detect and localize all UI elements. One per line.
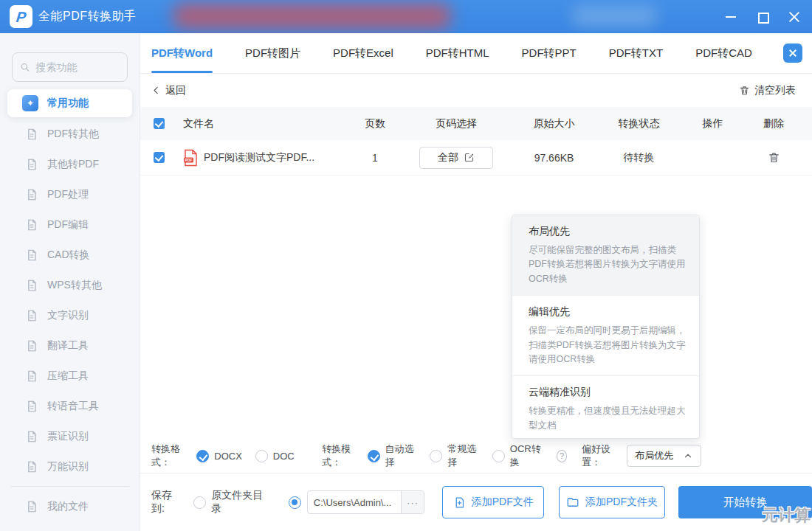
pref-option-desc: 尽可能保留完整的图文布局，扫描类PDF转换若想将图片转换为文字请使用OCR转换 <box>529 243 687 286</box>
radio-doc-label[interactable]: DOC <box>273 451 295 462</box>
pref-option-layout-first[interactable]: 布局优先 尽可能保留完整的图文布局，扫描类PDF转换若想将图片转换为文字请使用O… <box>512 215 699 296</box>
start-convert-button[interactable]: 开始转换 <box>678 486 812 518</box>
radio-normal-select-label[interactable]: 常规选择 <box>447 442 479 469</box>
tab-pdf-to-cad[interactable]: PDF转CAD <box>695 33 752 73</box>
sidebar-item-pdf-to-other[interactable]: PDF转其他 <box>0 119 140 149</box>
pdf-file-icon: PDF <box>183 149 198 167</box>
minimize-icon[interactable] <box>725 11 737 23</box>
row-delete-button[interactable] <box>768 151 780 164</box>
sidebar-item-other-to-pdf[interactable]: 其他转PDF <box>0 149 140 179</box>
tab-bar: PDF转Word PDF转图片 PDF转Excel PDF转HTML PDF转P… <box>140 33 812 74</box>
radio-original-folder-label[interactable]: 原文件夹目录 <box>211 489 272 516</box>
sidebar-item-my-files[interactable]: 我的文件 <box>0 491 140 521</box>
pref-option-desc: 保留一定布局的同时更易于后期编辑，扫描类PDF转换若想将图片转换为文字请使用OC… <box>529 324 687 367</box>
sidebar-item-label: 压缩工具 <box>47 369 89 383</box>
close-icon[interactable] <box>788 11 800 23</box>
file-pages: 1 <box>349 152 401 164</box>
file-plus-icon <box>453 496 466 509</box>
sidebar-item-label: PDF编辑 <box>47 218 89 232</box>
radio-original-folder[interactable] <box>193 496 206 509</box>
browse-path-button[interactable]: ··· <box>401 491 424 513</box>
sidebar-item-label: 万能识别 <box>47 460 89 473</box>
blurred-highlight <box>572 6 657 27</box>
doc-icon <box>25 500 38 513</box>
save-path-field: ··· <box>307 490 424 514</box>
select-all-checkbox[interactable] <box>154 118 165 129</box>
row-checkbox[interactable] <box>154 152 165 163</box>
table-header: 文件名 页数 页码选择 原始大小 转换状态 操作 删除 <box>140 107 812 140</box>
add-pdf-file-button[interactable]: 添加PDF文件 <box>442 486 544 518</box>
tab-pdf-to-excel[interactable]: PDF转Excel <box>333 33 393 73</box>
radio-auto-select[interactable] <box>368 450 380 462</box>
sidebar-item-text-recognition[interactable]: 文字识别 <box>0 300 140 330</box>
doc-icon <box>25 158 38 171</box>
tab-pdf-to-html[interactable]: PDF转HTML <box>426 33 489 73</box>
app-title: 全能PDF转换助手 <box>38 0 137 33</box>
sidebar-item-compress-tools[interactable]: 压缩工具 <box>0 361 140 391</box>
header-original-size: 原始大小 <box>512 117 596 131</box>
sidebar-item-label: PDF转其他 <box>47 128 99 141</box>
edit-icon <box>464 152 475 163</box>
app-logo-icon: P <box>10 5 32 28</box>
search-box[interactable] <box>12 52 128 82</box>
help-icon[interactable]: ? <box>557 450 567 462</box>
sidebar-item-label: 翻译工具 <box>47 339 89 353</box>
back-button[interactable]: 返回 <box>151 84 186 97</box>
sidebar-item-label: 我的文件 <box>47 500 89 513</box>
sidebar-item-wps-to-other[interactable]: WPS转其他 <box>0 270 140 300</box>
pref-option-title: 布局优先 <box>529 225 687 238</box>
radio-normal-select[interactable] <box>430 450 442 462</box>
main-panel: PDF转Word PDF转图片 PDF转Excel PDF转HTML PDF转P… <box>140 33 812 531</box>
tab-pdf-to-txt[interactable]: PDF转TXT <box>609 33 663 73</box>
pref-option-edit-first[interactable]: 编辑优先 保留一定布局的同时更易于后期编辑，扫描类PDF转换若想将图片转换为文字… <box>512 296 699 376</box>
conversion-options-row: 转换格式： DOCX DOC 转换模式： 自动选择 常规选择 OCR转换 ? 偏… <box>140 439 812 473</box>
sidebar-item-universal-recognition[interactable]: 万能识别 <box>0 451 140 482</box>
radio-custom-path[interactable] <box>289 496 301 509</box>
doc-icon <box>25 430 38 443</box>
table-row: PDF PDF阅读测试文字PDF... 1 全部 97.66KB 待转换 <box>140 140 812 176</box>
sidebar-item-cad-convert[interactable]: CAD转换 <box>0 240 140 270</box>
maximize-icon[interactable] <box>757 11 768 23</box>
radio-doc[interactable] <box>255 450 268 462</box>
page-select-label: 全部 <box>438 151 458 164</box>
blurred-banner <box>173 4 450 29</box>
trash-icon <box>768 151 780 164</box>
pref-option-desc: 转换更精准，但速度慢且无法处理超大型文档 <box>529 404 687 433</box>
header-page-select: 页码选择 <box>401 117 512 131</box>
radio-docx-label[interactable]: DOCX <box>214 451 242 462</box>
page-select-button[interactable]: 全部 <box>419 147 493 169</box>
radio-ocr-convert-label[interactable]: OCR转换 <box>510 442 543 469</box>
doc-icon <box>25 309 38 322</box>
tab-pdf-to-image[interactable]: PDF转图片 <box>245 33 300 73</box>
clear-list-button[interactable]: 清空列表 <box>739 84 796 97</box>
status-badge: 待转换 <box>596 151 681 164</box>
sidebar-item-to-speech-tools[interactable]: 转语音工具 <box>0 391 140 421</box>
radio-ocr-convert[interactable] <box>492 450 505 462</box>
pref-option-cloud-recognition[interactable]: 云端精准识别 转换更精准，但速度慢且无法处理超大型文档 <box>512 376 699 439</box>
save-to-label: 保存到: <box>151 489 185 516</box>
radio-docx[interactable] <box>196 450 209 462</box>
sidebar-item-pdf-edit[interactable]: PDF编辑 <box>0 209 140 240</box>
mode-label: 转换模式： <box>322 442 361 469</box>
panel-close-button[interactable] <box>783 44 802 63</box>
search-input[interactable] <box>35 61 120 73</box>
sidebar-item-common-functions[interactable]: ✦ 常用功能 <box>7 89 132 117</box>
preference-label: 偏好设置： <box>582 442 621 469</box>
add-pdf-file-label: 添加PDF文件 <box>472 496 534 509</box>
tab-pdf-to-word[interactable]: PDF转Word <box>151 33 213 73</box>
sidebar-item-translate-tools[interactable]: 翻译工具 <box>0 330 140 361</box>
preference-select[interactable]: 布局优先 <box>627 445 701 467</box>
pref-option-title: 编辑优先 <box>529 305 687 319</box>
svg-text:PDF: PDF <box>185 157 193 162</box>
sidebar-item-pdf-process[interactable]: PDF处理 <box>0 179 140 209</box>
pref-option-title: 云端精准识别 <box>529 386 687 399</box>
add-pdf-folder-label: 添加PDF文件夹 <box>585 496 658 509</box>
save-path-input[interactable] <box>308 497 401 508</box>
radio-auto-select-label[interactable]: 自动选择 <box>385 442 417 469</box>
sidebar-item-label: 常用功能 <box>47 97 89 110</box>
tab-pdf-to-ppt[interactable]: PDF转PPT <box>522 33 577 73</box>
add-pdf-folder-button[interactable]: 添加PDF文件夹 <box>559 486 665 518</box>
sidebar-item-ticket-recognition[interactable]: 票证识别 <box>0 421 140 451</box>
format-label: 转换格式： <box>151 442 190 469</box>
search-icon <box>20 61 30 73</box>
